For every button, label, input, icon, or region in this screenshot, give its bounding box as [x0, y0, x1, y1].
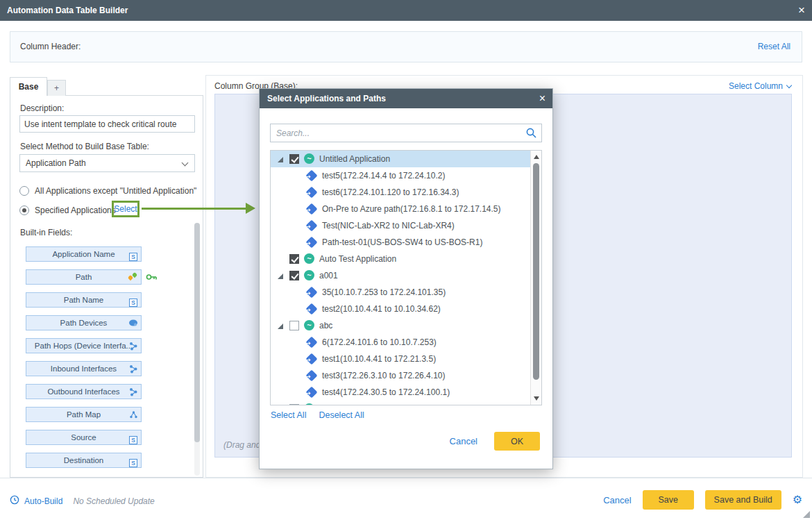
dialog-footer: Cancel OK [260, 432, 552, 451]
tab-base[interactable]: Base [10, 77, 47, 96]
close-icon[interactable]: × [798, 0, 805, 20]
field-chip[interactable]: DestinationS [26, 453, 142, 468]
field-chip-label: Path Map [67, 410, 101, 419]
gear-icon[interactable]: ⚙ [793, 494, 802, 505]
application-tree-row[interactable]: ~a001 [271, 267, 531, 284]
application-icon: ~ [304, 270, 314, 280]
checkbox[interactable] [289, 154, 299, 164]
deselect-all-link[interactable]: Deselect All [319, 410, 364, 420]
path-tree-row[interactable]: test2(10.10.4.41 to 10.10.34.62) [271, 301, 531, 317]
dialog-cancel-link[interactable]: Cancel [450, 436, 477, 446]
scroll-up-icon[interactable] [534, 155, 539, 159]
application-tree-row[interactable]: ~Auto Test Application [271, 251, 531, 267]
select-applications-link[interactable]: Select [114, 204, 137, 214]
schedule-status: No Scheduled Update [73, 496, 154, 506]
radio-specified-label: Specified Applications [35, 206, 116, 215]
path-label: test1(10.10.4.41 to 172.21.3.5) [322, 351, 436, 367]
application-label: abc [319, 317, 332, 334]
add-tab-button[interactable]: + [47, 80, 66, 96]
field-chip[interactable]: Path Hops (Device Interfa... [26, 338, 142, 353]
branch-icon [128, 364, 138, 374]
field-chip-label: Path Name [64, 296, 104, 304]
radio-icon[interactable] [19, 186, 29, 196]
checkbox[interactable] [289, 404, 299, 405]
checkbox[interactable] [289, 254, 299, 264]
scrollbar-thumb[interactable] [194, 223, 200, 442]
path-label: On-Pre to Azure path(172.16.8.1 to 172.1… [322, 201, 501, 217]
path-label: Test(NIC-Lab-XR2 to NIC-Lab-XR4) [322, 217, 455, 234]
column-header-bar: Column Header: Reset All [10, 31, 802, 62]
path-tree-row[interactable]: test6(172.24.101.120 to 172.16.34.3) [271, 184, 531, 201]
auto-build-link[interactable]: Auto-Build [24, 496, 62, 506]
field-chip-label: Source [71, 433, 96, 442]
path-tree-row[interactable]: 6(172.24.101.6 to 10.10.7.253) [271, 334, 531, 351]
method-dropdown[interactable]: Application Path [19, 154, 195, 172]
checkbox[interactable] [289, 321, 299, 330]
checkbox[interactable] [289, 271, 299, 280]
annotation-arrow [142, 208, 247, 210]
field-chip[interactable]: Application NameS [26, 246, 142, 262]
path-tree-row[interactable]: test4(172.24.30.5 to 172.24.100.1) [271, 384, 531, 401]
field-chip[interactable]: Path [26, 269, 142, 285]
path-tree-row[interactable]: 35(10.10.7.253 to 172.24.101.35) [271, 284, 531, 301]
application-tree-row[interactable]: ~Untitled Application [271, 151, 531, 167]
radio-specified-applications[interactable]: Specified Applications [19, 206, 116, 215]
radio-all-applications[interactable]: All Applications except "Untitled Applic… [19, 186, 196, 196]
field-chip-label: Path Hops (Device Interfa... [35, 342, 133, 350]
tree-icon [128, 410, 138, 419]
path-tree-row[interactable]: On-Pre to Azure path(172.16.8.1 to 172.1… [271, 201, 531, 217]
path-tree-row[interactable]: test3(172.26.3.10 to 172.26.4.10) [271, 367, 531, 384]
description-input[interactable] [19, 115, 195, 133]
resize-grip[interactable] [803, 511, 810, 518]
ok-button[interactable]: OK [494, 432, 540, 451]
search-input[interactable] [270, 124, 542, 142]
path-icon [306, 287, 318, 299]
path-icon [306, 337, 318, 349]
expand-collapse-icon[interactable] [278, 157, 283, 162]
tree-rows: ~Untitled Applicationtest5(172.24.14.4 t… [271, 151, 541, 405]
scroll-down-icon[interactable] [534, 396, 539, 401]
reset-all-link[interactable]: Reset All [758, 42, 790, 51]
magnifier-icon[interactable] [525, 127, 537, 141]
save-button[interactable]: Save [643, 490, 694, 510]
path-label: test4(172.24.30.5 to 172.24.100.1) [322, 384, 450, 401]
left-panel-scrollbar[interactable] [194, 223, 200, 476]
field-chip[interactable]: Inbound Interfaces [26, 361, 142, 376]
expand-collapse-icon[interactable] [278, 324, 283, 329]
titlebar: Automation Data Table Builder × [0, 0, 812, 21]
path-tree-row[interactable]: Test(NIC-Lab-XR2 to NIC-Lab-XR4) [271, 217, 531, 234]
path-icon [306, 353, 318, 365]
select-column-link[interactable]: Select Column [729, 81, 791, 91]
select-all-link[interactable]: Select All [271, 410, 306, 420]
cancel-link[interactable]: Cancel [603, 495, 631, 505]
path-tree-row[interactable]: test5(172.24.14.4 to 172.24.10.2) [271, 167, 531, 184]
field-chip[interactable]: Path Map [26, 407, 142, 422]
window-title: Automation Data Table Builder [7, 0, 128, 21]
application-label: a001 [319, 267, 338, 284]
field-chip[interactable]: Path Devices [26, 315, 142, 330]
radio-all-label: All Applications except "Untitled Applic… [35, 186, 196, 196]
application-tree-row[interactable]: ~ [271, 401, 531, 405]
field-chip[interactable]: SourceS [26, 430, 142, 445]
automation-data-table-builder-window: Automation Data Table Builder × Column H… [0, 0, 812, 520]
applications-tree: ~Untitled Applicationtest5(172.24.14.4 t… [270, 150, 542, 405]
field-chip[interactable]: Outbound Interfaces [26, 384, 142, 399]
select-applications-dialog: Select Applications and Paths × ~Untitle… [259, 88, 553, 469]
field-chip[interactable]: Path NameS [26, 292, 142, 308]
application-tree-row[interactable]: ~abc [271, 317, 531, 334]
column-header-label: Column Header: [20, 42, 81, 51]
path-tree-row[interactable]: Path-test-01(US-BOS-SW4 to US-BOS-R1) [271, 234, 531, 251]
radio-icon[interactable] [19, 206, 29, 215]
expand-collapse-icon[interactable] [278, 274, 283, 279]
path-tree-row[interactable]: test1(10.10.4.41 to 172.21.3.5) [271, 351, 531, 367]
scrollbar-thumb[interactable] [533, 163, 539, 380]
save-and-build-button[interactable]: Save and Build [705, 490, 781, 510]
path-label: 35(10.10.7.253 to 172.24.101.35) [322, 284, 446, 301]
tree-scrollbar[interactable] [530, 151, 541, 405]
auto-build-group: Auto-Build No Scheduled Update [10, 495, 155, 507]
path-label: Path-test-01(US-BOS-SW4 to US-BOS-R1) [322, 234, 482, 251]
application-label: Untitled Application [319, 151, 390, 167]
close-icon[interactable]: × [539, 89, 545, 108]
application-icon: ~ [304, 253, 314, 264]
path-icon [306, 203, 318, 215]
